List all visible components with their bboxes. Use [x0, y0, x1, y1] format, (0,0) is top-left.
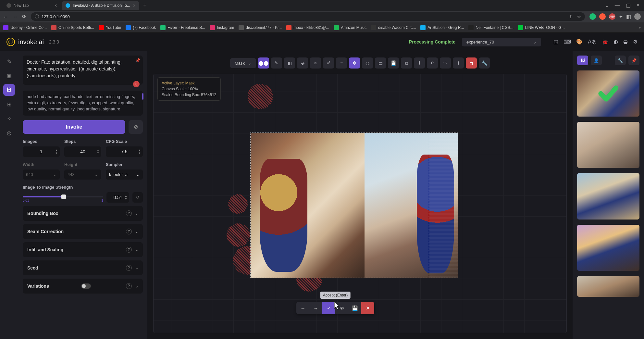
wrench-icon[interactable]: 🔧 [479, 57, 490, 69]
cube-icon[interactable]: ◲ [553, 39, 558, 45]
scrollbar-thumb[interactable] [142, 93, 143, 100]
generated-image[interactable] [250, 132, 458, 278]
rail-canvas[interactable]: 🖼 [3, 84, 15, 96]
browser-tab[interactable]: New Tab × [3, 1, 61, 10]
accept-button[interactable]: ✓ [322, 302, 335, 314]
stepper-icon[interactable]: ▲▼ [125, 195, 127, 200]
rail-txt2img[interactable]: ✎ [3, 56, 15, 67]
minimize-icon[interactable]: — [615, 2, 620, 8]
star-icon[interactable]: ☆ [577, 14, 581, 19]
address-bar[interactable]: ⓘ 127.0.0.1:9090 ⇪ ☆ [31, 12, 585, 21]
palette-icon[interactable]: 🎨 [576, 39, 583, 45]
extension-icon[interactable] [589, 13, 596, 20]
bookmark-item[interactable]: Online Sports Betti... [51, 25, 94, 30]
width-select[interactable]: 640⌄ [23, 170, 60, 180]
help-icon[interactable]: ? [126, 265, 132, 271]
maximize-icon[interactable]: ▢ [626, 2, 631, 8]
gallery-tab-images[interactable]: 🖼 [577, 56, 588, 65]
bookmark-item[interactable]: YouTube [99, 25, 121, 30]
pin-icon[interactable]: 📌 [135, 57, 140, 63]
steps-input[interactable]: 40▲▼ [64, 146, 101, 157]
back-button[interactable]: ← [3, 14, 8, 19]
accordion-variations[interactable]: Variations?⌄ [23, 279, 143, 294]
bookmark-item[interactable]: disable Wacom Circ... [371, 25, 416, 30]
gallery-pin-icon[interactable]: 📌 [628, 56, 639, 65]
github-icon[interactable]: ◐ [613, 39, 618, 45]
invoke-button[interactable]: Invoke [23, 120, 125, 134]
reload-button[interactable]: ⟳ [22, 14, 26, 19]
show-hide-button[interactable]: 👁 [335, 302, 348, 314]
side-panel-icon[interactable]: ◧ [626, 14, 631, 20]
fill-icon[interactable]: ⬙ [297, 57, 308, 69]
brush-tool[interactable]: ⬤⬤ [258, 57, 269, 69]
stepper-icon[interactable]: ▲▼ [55, 149, 58, 155]
bookmark-item[interactable]: (7) Facebook [126, 25, 156, 30]
discord-icon[interactable]: ◒ [623, 39, 628, 45]
eraser-icon[interactable]: ◧ [284, 57, 295, 69]
extensions-menu-icon[interactable]: ✦ [619, 14, 623, 20]
bbox-edge[interactable] [429, 133, 458, 278]
help-icon[interactable]: ? [126, 210, 132, 216]
lines-icon[interactable]: ≡ [336, 57, 347, 69]
bookmark-item[interactable]: ArtStation - Greg R... [420, 25, 464, 30]
move-tool[interactable]: ✥ [349, 57, 360, 69]
undo-icon[interactable]: ↶ [427, 57, 438, 69]
color-picker-icon[interactable]: ✐ [323, 57, 334, 69]
rail-nodes[interactable]: ⊞ [3, 98, 15, 110]
gallery-thumb[interactable] [577, 225, 639, 271]
i2i-value[interactable]: 0.51▲▼ [106, 192, 129, 203]
rail-training[interactable]: ◎ [3, 127, 15, 139]
gallery-thumb[interactable] [577, 122, 639, 168]
positive-prompt[interactable]: 📌 Doctor Fate artstation, detailed, digi… [23, 56, 143, 85]
bookmark-item[interactable]: Amazon Music [334, 25, 366, 30]
bookmark-item[interactable]: Instagram [210, 25, 234, 30]
rail-img2img[interactable]: ▣ [3, 70, 15, 82]
profile-avatar[interactable] [634, 13, 641, 20]
abp-icon[interactable]: ABP [609, 13, 615, 20]
cancel-button[interactable]: ⊘ [129, 120, 143, 134]
clear-icon[interactable]: ✕ [310, 57, 321, 69]
extension-icon[interactable] [599, 13, 606, 20]
layer-select[interactable]: Mask⌄ [230, 58, 256, 68]
bookmark-item[interactable]: Inbox - klk56831@... [286, 25, 329, 30]
gallery-tab-user[interactable]: 👤 [591, 56, 602, 65]
close-icon[interactable]: × [55, 3, 57, 8]
bookmark-item[interactable]: Neil Fontaine | CGS... [468, 25, 514, 30]
reset-button[interactable]: ↺ [132, 192, 143, 203]
images-input[interactable]: 1▲▼ [23, 146, 60, 157]
new-tab-button[interactable]: + [140, 2, 150, 9]
bookmark-item[interactable]: discipleneil777 - Pr... [239, 25, 282, 30]
discard-button[interactable]: ✕ [361, 302, 374, 314]
help-icon[interactable]: ? [126, 247, 132, 253]
close-icon[interactable]: × [133, 3, 135, 8]
upload-icon[interactable]: ⬆ [453, 57, 464, 69]
prev-button[interactable]: ← [296, 302, 309, 314]
i2i-slider[interactable] [23, 196, 103, 197]
height-select[interactable]: 448⌄ [64, 170, 101, 180]
gallery-settings-icon[interactable]: 🔧 [615, 56, 626, 65]
copy-icon[interactable]: ⧉ [401, 57, 412, 69]
gallery-thumb[interactable] [577, 70, 639, 117]
keyboard-icon[interactable]: ⌨ [564, 39, 571, 45]
negative-prompt[interactable]: nude bad anatomy, bad hands, text, error… [23, 91, 143, 116]
bookmark-item[interactable]: LINE WEBTOON - G... [518, 25, 565, 30]
bookmark-item[interactable]: Fiverr - Freelance S... [160, 25, 205, 30]
model-selector[interactable]: experience_70 ⌄ [462, 38, 541, 46]
gallery-thumb[interactable] [577, 173, 639, 219]
site-info-icon[interactable]: ⓘ [35, 14, 39, 19]
stepper-icon[interactable]: ▲▼ [97, 149, 99, 155]
variations-toggle[interactable] [81, 283, 91, 289]
chevron-down-icon[interactable]: ⌄ [605, 2, 609, 8]
accordion-infill[interactable]: Infill and Scaling?⌄ [23, 242, 143, 257]
canvas[interactable]: Active Layer: Mask Canvas Scale: 100% Sc… [153, 74, 567, 333]
help-icon[interactable]: ? [126, 229, 132, 234]
slider-thumb[interactable] [61, 195, 66, 199]
delete-icon[interactable]: 🗑 [466, 57, 477, 69]
gear-icon[interactable]: ⚙ [633, 39, 638, 45]
bug-icon[interactable]: 🐞 [602, 39, 608, 45]
accordion-bbox[interactable]: Bounding Box?⌄ [23, 206, 143, 221]
download-icon[interactable]: ⬇ [414, 57, 425, 69]
save-icon[interactable]: 💾 [388, 57, 399, 69]
save-staging-button[interactable]: 💾 [348, 302, 361, 314]
gallery-thumb[interactable] [577, 276, 639, 297]
